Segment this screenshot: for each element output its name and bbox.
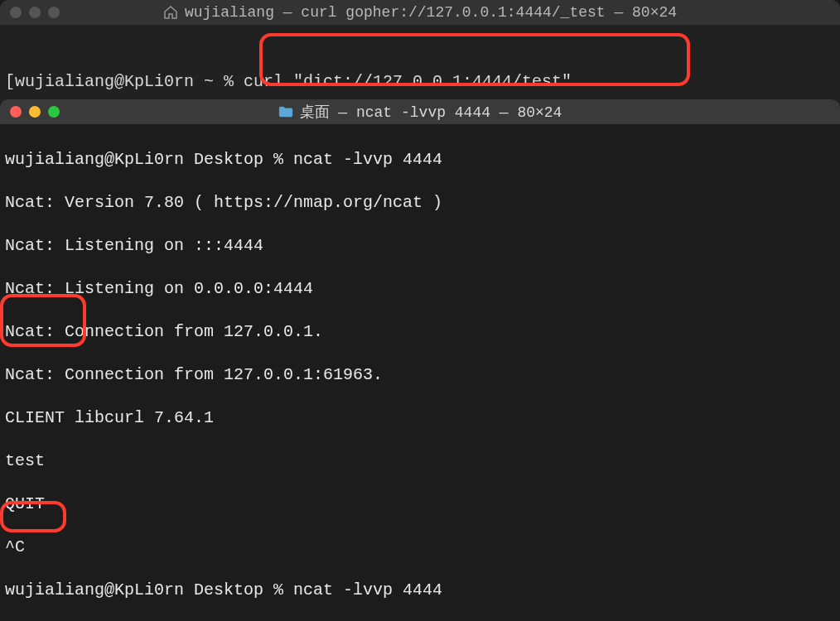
terminal-output[interactable]: [wujialiang@KpLi0rn ~ % curl "dict://127… — [0, 25, 840, 106]
titlebar[interactable]: wujialiang — curl gopher://127.0.0.1:444… — [0, 0, 840, 25]
window-title-text: 桌面 — ncat -lvvp 4444 — 80×24 — [300, 102, 562, 122]
terminal-line: Ncat: Connection from 127.0.0.1:61963. — [5, 364, 835, 386]
terminal-window-ncat: 桌面 — ncat -lvvp 4444 — 80×24 wujialiang@… — [0, 99, 840, 621]
terminal-output[interactable]: wujialiang@KpLi0rn Desktop % ncat -lvvp … — [0, 124, 840, 621]
terminal-line: test — [5, 450, 835, 472]
terminal-line: QUIT — [5, 493, 835, 515]
maximize-button[interactable] — [48, 7, 60, 18]
terminal-line: Ncat: Listening on 0.0.0.0:4444 — [5, 278, 835, 300]
terminal-window-curl: wujialiang — curl gopher://127.0.0.1:444… — [0, 0, 840, 106]
terminal-line: Ncat: Version 7.80 ( https://nmap.org/nc… — [5, 192, 835, 214]
window-title: wujialiang — curl gopher://127.0.0.1:444… — [10, 4, 830, 21]
close-button[interactable] — [10, 106, 22, 118]
terminal-line: ^C — [5, 537, 835, 558]
traffic-lights — [10, 7, 60, 18]
maximize-button[interactable] — [48, 106, 60, 118]
titlebar[interactable]: 桌面 — ncat -lvvp 4444 — 80×24 — [0, 99, 840, 124]
traffic-lights — [10, 106, 60, 118]
terminal-line: CLIENT libcurl 7.64.1 — [5, 407, 835, 429]
minimize-button[interactable] — [29, 106, 41, 118]
terminal-line: Ncat: Connection from 127.0.0.1. — [5, 321, 835, 343]
window-title: 桌面 — ncat -lvvp 4444 — 80×24 — [10, 102, 830, 122]
terminal-line: wujialiang@KpLi0rn Desktop % ncat -lvvp … — [5, 580, 835, 601]
minimize-button[interactable] — [29, 7, 41, 18]
folder-icon — [278, 105, 293, 118]
terminal-line: [wujialiang@KpLi0rn ~ % curl "dict://127… — [5, 71, 835, 93]
window-title-text: wujialiang — curl gopher://127.0.0.1:444… — [185, 4, 677, 21]
close-button[interactable] — [10, 7, 22, 18]
terminal-line: wujialiang@KpLi0rn Desktop % ncat -lvvp … — [5, 149, 835, 171]
home-icon — [163, 6, 178, 19]
terminal-line: Ncat: Listening on :::4444 — [5, 235, 835, 257]
